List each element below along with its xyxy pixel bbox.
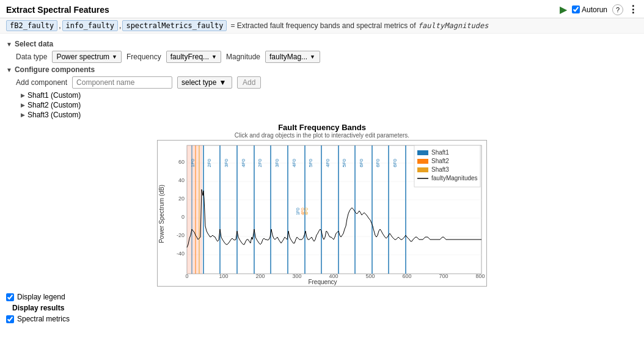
svg-text:400: 400	[329, 273, 338, 279]
display-legend-row: Display legend	[6, 293, 638, 301]
page-title: Extract Spectral Features	[6, 5, 109, 15]
shaft1-arrow: ▶	[21, 92, 25, 98]
spectral-metrics-row: Spectral metrics	[6, 315, 638, 323]
more-options-button[interactable]: ⋮	[628, 4, 638, 15]
data-type-arrow: ▼	[112, 54, 117, 60]
display-legend-checkbox[interactable]	[6, 293, 14, 301]
chart-area: Fault Frequency Bands Click and drag obj…	[6, 123, 638, 287]
var-description: = Extracted fault frequency bands and sp…	[230, 21, 488, 30]
shaft1-label: Shaft1 (Custom)	[27, 91, 81, 100]
autorun-label[interactable]: Autorun	[572, 5, 607, 14]
svg-text:800: 800	[475, 273, 485, 279]
svg-text:3F0: 3F0	[224, 158, 229, 167]
select-type-value: select type	[181, 78, 216, 87]
svg-text:Shaft3: Shaft3	[431, 166, 449, 173]
magnitude-arrow: ▼	[310, 54, 315, 60]
shaft3-label: Shaft3 (Custom)	[27, 111, 81, 119]
svg-rect-58	[417, 150, 428, 155]
frequency-value: faultyFreq...	[170, 53, 209, 61]
display-results-label: Display results	[12, 304, 638, 312]
component-name-input[interactable]	[72, 76, 172, 89]
svg-text:3F0: 3F0	[274, 158, 280, 167]
autorun-checkbox[interactable]	[572, 5, 580, 13]
svg-text:60: 60	[178, 159, 185, 165]
var-tag-3: spectralMetrics_faulty	[122, 20, 227, 31]
magnitude-label: Magnitude	[226, 53, 260, 61]
svg-text:40: 40	[178, 177, 185, 183]
chart-container[interactable]: Power Spectrum (dB) Frequency 60 40 20 0…	[157, 140, 487, 287]
svg-text:2F0: 2F0	[207, 158, 212, 167]
toolbar-actions: ▶ Autorun ? ⋮	[560, 4, 638, 15]
shaft1-item[interactable]: ▶ Shaft1 (Custom)	[21, 91, 638, 100]
svg-rect-62	[417, 167, 428, 172]
svg-text:4F0: 4F0	[291, 158, 297, 167]
svg-text:4F0: 4F0	[325, 158, 331, 167]
help-button[interactable]: ?	[612, 4, 623, 15]
data-type-dropdown[interactable]: Power spectrum ▼	[52, 51, 122, 63]
add-component-row: Add component select type ▼ Add	[16, 76, 638, 89]
var-tag-2: info_faulty	[62, 20, 118, 31]
select-type-arrow: ▼	[219, 78, 226, 87]
spectral-metrics-checkbox[interactable]	[6, 315, 14, 323]
svg-text:6F0: 6F0	[375, 158, 381, 167]
svg-text:4F0: 4F0	[241, 158, 246, 167]
var-tag-1: fB2_faulty	[6, 20, 57, 31]
data-type-label: Data type	[16, 53, 47, 61]
svg-text:Frequency: Frequency	[308, 279, 337, 285]
autorun-text: Autorun	[582, 5, 607, 14]
select-data-title: Select data	[15, 40, 53, 48]
select-data-header[interactable]: ▼ Select data	[6, 40, 638, 48]
svg-text:Shaft1: Shaft1	[431, 149, 449, 156]
variable-line: fB2_faulty, info_faulty, spectralMetrics…	[0, 18, 644, 34]
shaft3-item[interactable]: ▶ Shaft3 (Custom)	[21, 111, 638, 119]
svg-text:6F0: 6F0	[359, 158, 364, 167]
svg-rect-60	[417, 159, 428, 164]
select-type-dropdown[interactable]: select type ▼	[177, 76, 232, 89]
shaft2-label: Shaft2 (Custom)	[27, 101, 81, 109]
svg-text:600: 600	[402, 273, 411, 279]
add-component-label: Add component	[16, 78, 67, 87]
svg-text:1F0: 1F0	[190, 158, 196, 167]
svg-text:0: 0	[185, 273, 188, 279]
svg-text:4F0: 4F0	[304, 208, 309, 215]
run-button[interactable]: ▶	[560, 4, 567, 15]
svg-text:0: 0	[181, 214, 185, 220]
frequency-arrow: ▼	[211, 54, 217, 60]
svg-text:300: 300	[292, 273, 301, 279]
shaft2-item[interactable]: ▶ Shaft2 (Custom)	[21, 101, 638, 109]
svg-text:2F0: 2F0	[257, 158, 263, 167]
svg-text:faultyMagnitudes: faultyMagnitudes	[431, 175, 478, 181]
magnitude-value: faultyMag...	[269, 53, 307, 61]
svg-text:5F0: 5F0	[308, 158, 313, 167]
shaft2-arrow: ▶	[21, 102, 25, 108]
spectral-metrics-label[interactable]: Spectral metrics	[17, 315, 70, 323]
svg-text:6F0: 6F0	[392, 158, 398, 167]
configure-title: Configure components	[15, 65, 95, 74]
main-content: ▼ Select data Data type Power spectrum ▼…	[0, 34, 644, 290]
add-component-button[interactable]: Add	[237, 76, 261, 89]
svg-text:200: 200	[255, 273, 265, 279]
configure-header[interactable]: ▼ Configure components	[6, 65, 638, 74]
frequency-label: Frequency	[126, 53, 161, 61]
chart-title: Fault Frequency Bands	[278, 123, 366, 132]
svg-text:-20: -20	[177, 232, 185, 238]
shaft3-arrow: ▶	[21, 112, 25, 118]
svg-text:Power Spectrum (dB): Power Spectrum (dB)	[158, 185, 165, 243]
configure-arrow: ▼	[6, 67, 12, 73]
magnitude-dropdown[interactable]: faultyMag... ▼	[265, 51, 320, 63]
svg-text:100: 100	[219, 273, 228, 279]
frequency-dropdown[interactable]: faultyFreq... ▼	[166, 51, 221, 63]
data-type-value: Power spectrum	[56, 53, 109, 61]
svg-text:20: 20	[178, 196, 185, 202]
select-data-arrow: ▼	[6, 41, 12, 48]
svg-text:Shaft2: Shaft2	[431, 158, 449, 164]
select-data-row: Data type Power spectrum ▼ Frequency fau…	[16, 51, 638, 63]
chart-subtitle: Click and drag objects in the plot to in…	[235, 132, 409, 139]
legend: Shaft1 Shaft2 Shaft3 faultyMagnitudes	[414, 145, 480, 187]
chart-svg: Power Spectrum (dB) Frequency 60 40 20 0…	[158, 141, 488, 286]
display-legend-label[interactable]: Display legend	[17, 293, 65, 301]
svg-text:700: 700	[439, 273, 448, 279]
bottom-controls: Display legend Display results Spectral …	[0, 293, 644, 323]
svg-text:1F0: 1F0	[296, 208, 300, 215]
svg-text:500: 500	[365, 273, 375, 279]
